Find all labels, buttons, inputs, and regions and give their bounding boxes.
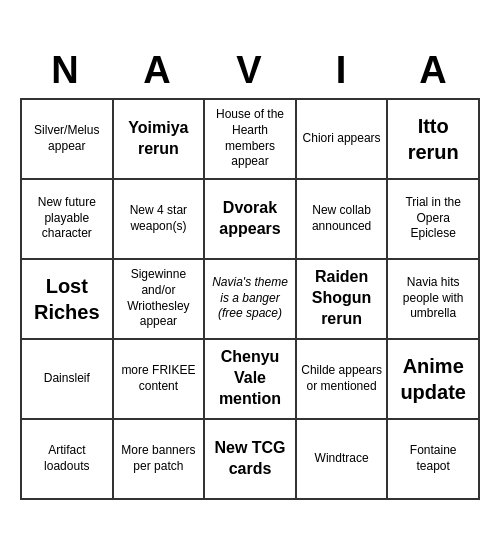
bingo-cell-14[interactable]: Navia hits people with umbrella (388, 260, 480, 340)
bingo-cell-4[interactable]: Itto rerun (388, 100, 480, 180)
bingo-cell-22[interactable]: New TCG cards (205, 420, 297, 500)
bingo-cell-21[interactable]: More banners per patch (114, 420, 206, 500)
title-letter-v: V (204, 45, 296, 96)
title-letter-a: A (112, 45, 204, 96)
title-letter-i: I (296, 45, 388, 96)
bingo-cell-17[interactable]: Chenyu Vale mention (205, 340, 297, 420)
title-letter-n: N (20, 45, 112, 96)
bingo-cell-5[interactable]: New future playable character (22, 180, 114, 260)
bingo-card: NAVIA Silver/Melus appearYoimiya rerunHo… (10, 35, 490, 510)
bingo-cell-23[interactable]: Windtrace (297, 420, 389, 500)
bingo-cell-8[interactable]: New collab announced (297, 180, 389, 260)
title-letter-a: A (388, 45, 480, 96)
bingo-cell-6[interactable]: New 4 star weapon(s) (114, 180, 206, 260)
bingo-cell-13[interactable]: Raiden Shogun rerun (297, 260, 389, 340)
bingo-cell-20[interactable]: Artifact loadouts (22, 420, 114, 500)
bingo-cell-10[interactable]: Lost Riches (22, 260, 114, 340)
bingo-cell-3[interactable]: Chiori appears (297, 100, 389, 180)
bingo-cell-7[interactable]: Dvorak appears (205, 180, 297, 260)
bingo-cell-18[interactable]: Childe appears or mentioned (297, 340, 389, 420)
bingo-title: NAVIA (20, 45, 480, 96)
bingo-cell-16[interactable]: more FRIKEE content (114, 340, 206, 420)
bingo-grid: Silver/Melus appearYoimiya rerunHouse of… (20, 98, 480, 500)
bingo-cell-9[interactable]: Trial in the Opera Epiclese (388, 180, 480, 260)
bingo-cell-24[interactable]: Fontaine teapot (388, 420, 480, 500)
bingo-cell-1[interactable]: Yoimiya rerun (114, 100, 206, 180)
bingo-cell-2[interactable]: House of the Hearth members appear (205, 100, 297, 180)
bingo-cell-15[interactable]: Dainsleif (22, 340, 114, 420)
bingo-cell-19[interactable]: Anime update (388, 340, 480, 420)
bingo-cell-12[interactable]: Navia's theme is a banger (free space) (205, 260, 297, 340)
bingo-cell-11[interactable]: Sigewinne and/or Wriothesley appear (114, 260, 206, 340)
bingo-cell-0[interactable]: Silver/Melus appear (22, 100, 114, 180)
